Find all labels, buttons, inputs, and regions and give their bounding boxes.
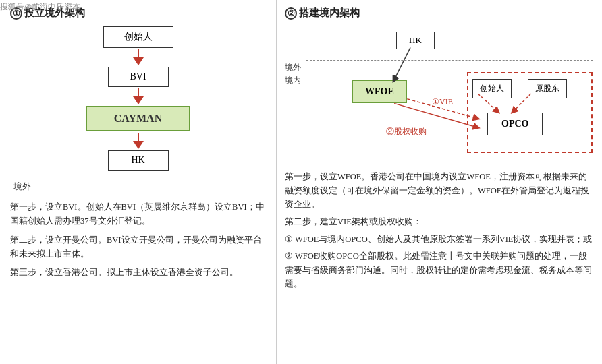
left-flowchart: 创始人 BVI CAYMAN HK: [10, 26, 266, 171]
watermark: 搜狐号@前海中乐资本: [0, 1, 80, 13]
arrow-head-2: [133, 96, 144, 104]
svg-line-0: [394, 47, 410, 80]
left-text-1: 第一步，设立BVI。创始人在BVI（英属维尔京群岛）设立BVI；中国籍创始人需办…: [10, 200, 266, 229]
left-panel: 搜狐号@前海中乐资本 ①投立境外架构 创始人 BVI CAYMAN HK: [0, 0, 277, 364]
right-body-text: 第一步，设立WFOE。香港公司在中国境内设立WFOE，注册资本可根据未来的融资额…: [285, 170, 594, 291]
left-boundary-label: 境外: [10, 181, 266, 193]
left-boundary-line: 境外: [10, 176, 266, 193]
right-text-4: ② WFOE收购OPCO全部股权。此处需注意十号文中关联并购问题的处理，一般需要…: [285, 249, 594, 291]
arrow-line-1: [138, 49, 139, 57]
arrow-line-3: [138, 133, 139, 141]
right-flowchart: HK 境外 境内 WFOE 创始人 原股东 OPCO ①VIE: [285, 26, 594, 164]
boundary-labels: 境外 境内: [285, 61, 301, 87]
arrow-line-2: [138, 88, 139, 96]
right-panel: ②搭建境内架构 HK 境外 境内 WFOE 创始人 原股东 OPCO: [277, 0, 602, 364]
flow-wfoe-box: WFOE: [352, 80, 407, 103]
flow-node-cayman: CAYMAN: [86, 106, 190, 131]
left-text-3: 第三步，设立香港公司。拟上市主体设立香港全资子公司。: [10, 266, 266, 280]
right-text-2: 第二步，建立VIE架构或股权收购：: [285, 215, 594, 229]
gqsg-label: ②股权收购: [386, 126, 427, 138]
vie-label: ①VIE: [432, 97, 453, 107]
flow-yuangudong-box: 原股东: [528, 79, 567, 98]
left-body-text: 第一步，设立BVI。创始人在BVI（英属维尔京群岛）设立BVI；中国籍创始人需办…: [10, 200, 266, 280]
flow-node-hk: HK: [108, 150, 169, 171]
arrow1: [133, 49, 144, 65]
flow-chuangshiren-box: 创始人: [472, 79, 512, 98]
flow-hk-box: HK: [396, 32, 435, 49]
flow-opco-box: OPCO: [487, 113, 543, 135]
jingnei-label: 境内: [285, 74, 301, 87]
right-section-title: ②搭建境内架构: [285, 7, 594, 20]
flow-node-chuangshiren: 创始人: [103, 26, 173, 48]
right-text-3: ① WFOE与境内OPCO、创始人及其他原股东签署一系列VIE协议，实现并表；或: [285, 233, 594, 247]
arrow3: [133, 133, 144, 149]
jingwai-label: 境外: [285, 61, 301, 74]
boundary-dashed-line: [306, 60, 593, 61]
arrow-head-1: [133, 57, 144, 65]
right-title-num: ②: [285, 7, 297, 20]
flow-node-bvi: BVI: [108, 67, 169, 87]
arrow2: [133, 88, 144, 104]
left-text-2: 第二步，设立开曼公司。BVI设立开曼公司，开曼公司为融资平台和未来拟上市主体。: [10, 233, 266, 262]
arrow-head-3: [133, 141, 144, 149]
right-text-1: 第一步，设立WFOE。香港公司在中国境内设立WFOE，注册资本可根据未来的融资额…: [285, 170, 594, 212]
main-container: 搜狐号@前海中乐资本 ①投立境外架构 创始人 BVI CAYMAN HK: [0, 0, 602, 364]
